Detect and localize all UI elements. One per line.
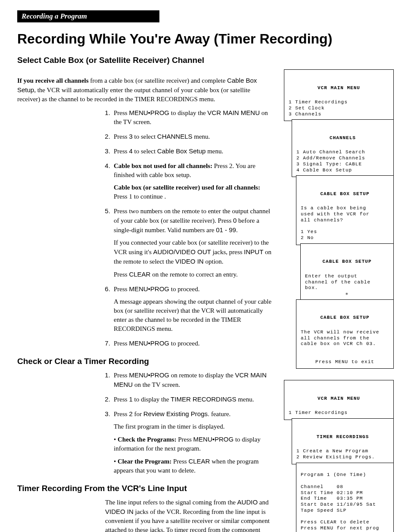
intro-paragraph: If you receive all channels from a cable… xyxy=(17,76,272,104)
menu-illustration-timer: VCR MAIN MENU 1 Timer Recordings TIMER R… xyxy=(284,380,394,532)
program-1-details-screen: Program 1 (One Time) Channel 08 Start Ti… xyxy=(296,463,394,532)
list-item: Press 2 for Review Existing Progs. featu… xyxy=(112,409,272,475)
section-heading-1: Select Cable Box (or Satellite Receiver)… xyxy=(17,56,394,65)
steps-list: Press MENU•PROG to display the VCR MAIN … xyxy=(17,108,272,348)
vcr-main-menu-screen-2: VCR MAIN MENU 1 Timer Recordings xyxy=(284,380,394,420)
list-item: Press MENU•PROG on remote to display the… xyxy=(112,370,272,389)
breadcrumb-tab: Recording a Program xyxy=(17,10,159,22)
section-heading-2: Check or Clear a Timer Recording xyxy=(17,357,272,366)
list-item: Press 3 to select CHANNELS menu. xyxy=(112,132,272,141)
cable-box-confirm-screen: CABLE BOX SETUP The VCR will now receive… xyxy=(296,299,394,369)
menu-illustration-cable-box: VCR MAIN MENU 1 Timer Recordings 2 Set C… xyxy=(284,69,394,369)
list-item: Press MENU•PROG to proceed. xyxy=(112,339,272,348)
steps-list-2: Press MENU•PROG on remote to display the… xyxy=(17,370,272,475)
cable-box-enter-output-screen: CABLE BOX SETUP Enter the output channel… xyxy=(300,243,394,301)
list-item: Press MENU•PROG to proceed. A message ap… xyxy=(112,284,272,333)
section-heading-3: Timer Recording From the VCR's Line Inpu… xyxy=(17,484,272,493)
body-paragraph: The line input refers to the signal comi… xyxy=(105,498,272,532)
list-item: Press 1 to display the TIMER RECORDINGS … xyxy=(112,395,272,404)
page-title: Recording While You're Away (Timer Recor… xyxy=(17,31,394,47)
list-item: Cable box not used for all channels: Pre… xyxy=(112,161,272,201)
channels-menu-screen: CHANNELS 1 Auto Channel Search 2 Add/Rem… xyxy=(292,119,394,177)
list-item: Press MENU•PROG to display the VCR MAIN … xyxy=(112,108,272,127)
vcr-main-menu-screen: VCR MAIN MENU 1 Timer Recordings 2 Set C… xyxy=(284,69,394,121)
cursor-icon: ✳ xyxy=(305,291,389,297)
timer-recordings-menu-screen: TIMER RECORDINGS 1 Create a New Program … xyxy=(292,418,394,464)
list-item: Press two numbers on the remote to enter… xyxy=(112,206,272,279)
cable-box-setup-q-screen: CABLE BOX SETUP Is a cable box being use… xyxy=(296,175,394,245)
list-item: Press 4 to select Cable Box Setup menu. xyxy=(112,146,272,156)
